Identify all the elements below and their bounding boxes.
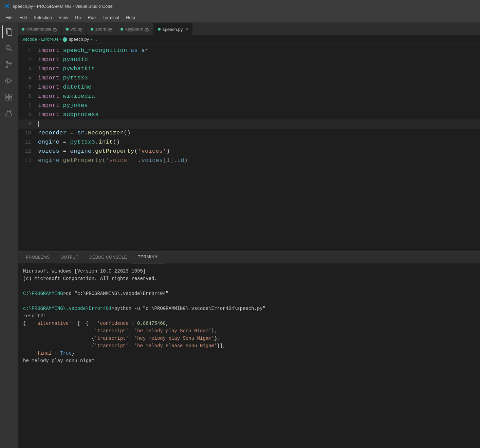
terminal-line-5 [23,297,475,305]
code-line-9: 9 [18,119,480,129]
panel-tab-debug[interactable]: DEBUG CONSOLE [84,251,132,263]
svg-point-6 [6,61,8,63]
main-layout: virtualmouse.py vol.py zoom.py keyboard.… [0,22,480,448]
terminal-line-13: he melody play sonu nigam [23,357,475,365]
terminal-line-2: (c) Microsoft Corporation. All rights re… [23,275,475,282]
tab-label: keyboard.py [125,26,149,32]
line-content-6: import wikipedia [38,92,480,101]
tab-dot [66,28,69,31]
tab-speech[interactable]: speech.py × [154,23,192,35]
code-line-5: 5 import datetime [18,83,480,92]
tab-dot [91,28,93,31]
tab-zoom[interactable]: zoom.py [87,23,116,35]
menu-item-edit[interactable]: Edit [17,14,30,21]
title-bar: speech.py - PROGRAMMING - Visual Studio … [0,0,480,12]
line-content-11: engine = pyttsx3.init() [38,138,480,147]
line-num-2: 2 [18,56,38,64]
svg-point-7 [6,66,8,68]
tabs-bar: virtualmouse.py vol.py zoom.py keyboard.… [18,22,480,35]
svg-rect-14 [9,97,12,100]
code-line-1: 1 import speech_recognition as sr [18,46,480,55]
line-num-3: 3 [18,65,38,74]
code-line-10: 10 recorder = sr.Recognizer() [18,129,480,138]
line-num-11: 11 [18,138,38,147]
line-num-6: 6 [18,92,38,101]
line-content-5: import datetime [38,83,480,92]
line-content-8: import subprocess [38,110,480,119]
breadcrumb-sep1: › [38,37,40,42]
svg-marker-1 [5,4,8,8]
code-line-7: 7 import pyjokes [18,101,480,110]
tab-label: zoom.py [95,26,112,32]
activity-bar [0,22,18,448]
menu-item-view[interactable]: View [56,14,71,21]
terminal-line-6: c:\PROGRAMMING\.vscode\Error404>python -… [23,305,475,312]
breadcrumb-more: ... [93,37,97,42]
svg-marker-9 [7,78,12,83]
line-content-9 [38,119,480,128]
menu-item-selection[interactable]: Selection [31,14,54,21]
svg-rect-13 [6,97,8,100]
panel: PROBLEMS OUTPUT DEBUG CONSOLE TERMINAL M… [18,251,480,448]
breadcrumb-vscode: .vscode [22,37,37,42]
code-line-3: 3 import pywhatkit [18,64,480,74]
testing-icon[interactable] [2,107,16,120]
search-icon[interactable] [2,41,16,55]
line-num-13: 13 [18,156,38,165]
svg-rect-11 [6,94,8,97]
code-line-11: 11 engine = pyttsx3.init() [18,138,480,147]
code-line-13: 13 engine.getProperty('voice' .voices[1]… [18,156,480,165]
run-debug-icon[interactable] [2,74,16,88]
panel-tabs: PROBLEMS OUTPUT DEBUG CONSOLE TERMINAL [18,251,480,263]
line-num-7: 7 [18,101,38,110]
line-content-13: engine.getProperty('voice' .voices[1].id… [38,156,480,165]
tab-dot-active [158,28,161,31]
breadcrumb-file: speech.py [69,37,89,42]
tab-virtualmouse[interactable]: virtualmouse.py [18,23,62,35]
svg-line-5 [10,49,12,51]
tab-keyboard[interactable]: keyboard.py [116,23,154,35]
line-num-4: 4 [18,74,38,83]
line-content-1: import speech_recognition as sr [38,46,480,55]
breadcrumb-error404: Error404 [41,37,58,42]
line-num-1: 1 [18,46,38,55]
terminal-line-10: {'transcript': 'hey melody play Sonu Nig… [23,335,475,342]
code-line-6: 6 import wikipedia [18,92,480,101]
line-content-4: import pyttsx3 [38,74,480,82]
menu-item-go[interactable]: Go [72,14,84,21]
panel-tab-output[interactable]: OUTPUT [55,251,84,263]
tab-dot [121,28,123,31]
explorer-icon[interactable] [2,25,16,39]
svg-rect-12 [9,94,12,97]
terminal-line-1: Microsoft Windows [Version 10.0.22623.10… [23,267,475,275]
terminal-line-7: result2: [23,312,475,320]
menu-item-help[interactable]: Help [123,14,138,21]
code-line-4: 4 import pyttsx3 [18,74,480,83]
vscode-icon [4,3,10,9]
menu-item-file[interactable]: File [3,14,15,21]
line-content-2: import pyaudio [38,55,480,64]
editor-area: virtualmouse.py vol.py zoom.py keyboard.… [18,22,480,448]
extensions-icon[interactable] [2,90,16,104]
terminal-line-9: 'transcript': 'he melody play Sonu Nigam… [23,327,475,335]
svg-rect-3 [8,30,12,35]
terminal-line-8: { 'alternative': [ { 'confidence': 0.864… [23,320,475,327]
menu-item-terminal[interactable]: Terminal [100,14,122,21]
breadcrumb-sep3: › [90,37,92,42]
panel-tab-terminal[interactable]: TERMINAL [132,251,165,263]
breadcrumb-icon: ⬤ [62,37,68,42]
menu-item-run[interactable]: Run [85,14,98,21]
line-num-10: 10 [18,129,38,138]
tab-close-icon[interactable]: × [185,26,188,32]
line-num-12: 12 [18,147,38,156]
code-line-12: 12 voices = engine.getProperty('voices') [18,147,480,156]
panel-tab-problems[interactable]: PROBLEMS [20,251,55,263]
tab-label: virtualmouse.py [26,26,57,32]
tab-vol[interactable]: vol.py [62,23,87,35]
line-content-10: recorder = sr.Recognizer() [38,129,480,137]
terminal-content[interactable]: Microsoft Windows [Version 10.0.22623.10… [18,263,480,448]
source-control-icon[interactable] [2,58,16,71]
tab-label: vol.py [71,26,82,32]
code-editor[interactable]: 1 import speech_recognition as sr 2 impo… [18,43,480,251]
terminal-line-3 [23,282,475,290]
